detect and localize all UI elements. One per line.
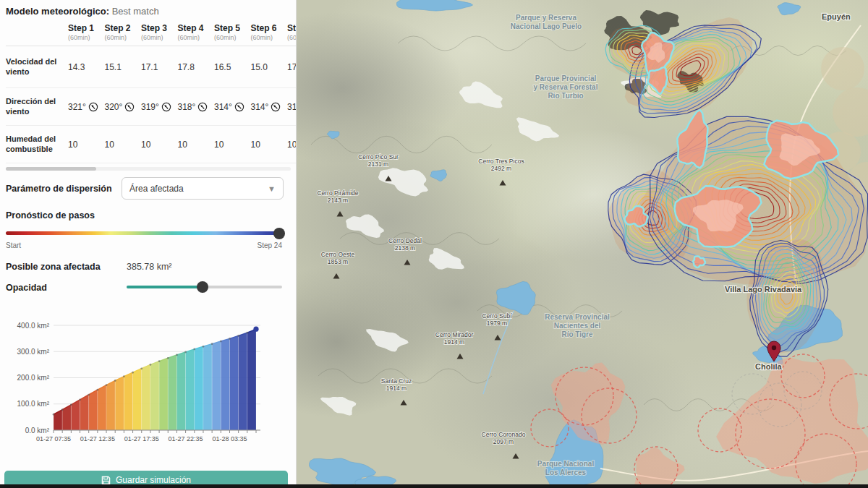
peak-label: Cerro Pico Sur bbox=[358, 153, 399, 160]
table-row: Dirección del viento[degrees]321°320°319… bbox=[6, 88, 297, 126]
chart-x-tick-label: 01-28 03:35 bbox=[212, 435, 247, 442]
scrollbar-thumb[interactable] bbox=[6, 167, 96, 171]
step-column-header: Step 5(60min) bbox=[214, 23, 251, 41]
slider-start-label: Start bbox=[6, 241, 21, 249]
weather-model-value: Best match bbox=[112, 6, 159, 17]
table-value-cell: 14.3 bbox=[68, 62, 105, 72]
town-label: Villa Lago Rivadavia bbox=[725, 285, 802, 294]
dispersion-selected-value: Área afectada bbox=[129, 184, 184, 194]
table-value-cell: 10 bbox=[68, 140, 105, 150]
peak-triangle-icon bbox=[333, 273, 340, 279]
chart-y-tick-label: 200.0 km² bbox=[17, 374, 50, 382]
video-letterbox-strip bbox=[0, 484, 868, 488]
peak-label: Cerro Mirador bbox=[435, 331, 474, 338]
peak-triangle-icon bbox=[457, 354, 464, 359]
table-value-cell: 319° bbox=[141, 102, 178, 112]
weather-steps-table: Step 1(60min)Step 2(60min)Step 3(60min)S… bbox=[6, 19, 297, 163]
peak-label: 1914 m bbox=[444, 338, 464, 346]
chart-x-tick-label: 01-27 22:35 bbox=[169, 435, 203, 442]
table-value-cell: 10 bbox=[214, 140, 251, 150]
chevron-down-icon: ▼ bbox=[268, 184, 276, 193]
park-label: Reserva Provincial bbox=[545, 313, 610, 321]
peak-triangle-icon bbox=[404, 260, 411, 265]
park-label: y Reserva Forestal bbox=[534, 83, 598, 91]
peak-triangle-icon bbox=[495, 335, 501, 341]
table-header-row: Step 1(60min)Step 2(60min)Step 3(60min)S… bbox=[6, 19, 297, 46]
table-value-cell: 10 bbox=[287, 140, 297, 150]
step-column-header: Step 1(60min) bbox=[68, 23, 105, 41]
wind-direction-icon bbox=[161, 102, 171, 112]
peak-label: 1914 m bbox=[386, 385, 407, 392]
table-value-cell: 17.1 bbox=[287, 62, 297, 72]
row-label: Humedad del combustible[%] bbox=[6, 134, 68, 155]
table-value-cell: 321° bbox=[68, 102, 105, 112]
town-label: Epuyén bbox=[822, 12, 851, 21]
peak-label: 1979 m bbox=[487, 320, 507, 327]
peak-label: Cerro Coronado bbox=[482, 431, 526, 438]
wind-direction-icon bbox=[197, 102, 208, 112]
park-label: Los Alerces bbox=[545, 468, 587, 476]
step-column-header: Step 2(60min) bbox=[105, 23, 142, 41]
table-row: Humedad del combustible[%]10101010101010 bbox=[6, 126, 297, 163]
terrain-map[interactable]: Parque y ReservaNacional Lago PueloParqu… bbox=[297, 0, 868, 488]
forecast-step-slider-handle[interactable] bbox=[273, 228, 285, 239]
chart-last-point bbox=[253, 327, 258, 332]
chart-y-tick-label: 0.0 km² bbox=[25, 427, 50, 435]
table-value-cell: 314° bbox=[251, 102, 288, 112]
affected-area-label: Posible zona afectada bbox=[6, 262, 101, 272]
table-value-cell: 314° bbox=[214, 102, 251, 112]
forecast-step-slider-track[interactable] bbox=[6, 231, 282, 235]
forecast-steps-label: Pronóstico de pasos bbox=[6, 210, 95, 221]
peak-label: 2131 m bbox=[368, 160, 388, 168]
table-row: Velocidad del viento[km/h]14.315.117.117… bbox=[6, 46, 297, 88]
peak-triangle-icon bbox=[500, 180, 506, 186]
table-value-cell: 10 bbox=[178, 140, 215, 150]
step-column-header: Step 4(60min) bbox=[178, 23, 215, 41]
row-label: Dirección del viento[degrees] bbox=[6, 97, 68, 117]
table-value-cell: 15.1 bbox=[105, 62, 142, 72]
save-icon bbox=[101, 476, 111, 485]
table-value-cell: 10 bbox=[105, 140, 142, 150]
peak-triangle-icon bbox=[337, 211, 344, 217]
park-label: Parque Provincial bbox=[535, 74, 597, 82]
map-overlay: Parque y ReservaNacional Lago PueloParqu… bbox=[297, 0, 868, 488]
park-label: Nacientes del bbox=[554, 322, 601, 330]
peak-triangle-icon bbox=[513, 453, 519, 459]
fire-simulation-app: Modelo meteorológico: Best match Step 1(… bbox=[0, 0, 868, 488]
table-horizontal-scrollbar[interactable] bbox=[6, 167, 291, 171]
park-label: Parque y Reserva bbox=[516, 14, 576, 22]
table-value-cell: 10 bbox=[251, 140, 288, 150]
dispersion-parameter-select[interactable]: Área afectada ▼ bbox=[122, 177, 284, 200]
step-column-header: Step 6(60min) bbox=[251, 23, 288, 41]
peak-label: Cerro Subí bbox=[482, 312, 512, 320]
peak-label: Cerro Tres Picos bbox=[478, 158, 524, 165]
chart-y-tick-label: 100.0 km² bbox=[17, 400, 50, 408]
chart-y-tick-label: 400.0 km² bbox=[17, 322, 50, 330]
park-label: Parque Nacional bbox=[537, 460, 595, 468]
park-label: Río Turbio bbox=[548, 92, 583, 100]
wind-direction-icon bbox=[124, 102, 135, 112]
peak-label: 2143 m bbox=[328, 197, 348, 204]
town-label: Cholila bbox=[755, 362, 783, 371]
wind-direction-icon bbox=[271, 102, 281, 112]
snow-patches-layer bbox=[320, 77, 662, 415]
affected-area-chart: 0.0 km²100.0 km²200.0 km²300.0 km²400.0 … bbox=[1, 311, 291, 455]
slider-end-label: Step 24 bbox=[258, 241, 282, 249]
table-value-cell: 313° bbox=[287, 102, 297, 112]
weather-model-label: Modelo meteorológico: bbox=[6, 6, 109, 17]
dispersion-parameter-label: Parámetro de dispersión bbox=[6, 184, 112, 194]
wind-direction-icon bbox=[88, 102, 98, 112]
peak-label: Santa Cruz bbox=[381, 377, 412, 385]
park-label: Río Tigre bbox=[561, 330, 593, 338]
wind-direction-icon bbox=[234, 102, 244, 112]
weather-model-title: Modelo meteorológico: Best match bbox=[6, 6, 159, 17]
table-value-cell: 320° bbox=[105, 102, 142, 112]
opacity-slider-handle[interactable] bbox=[197, 281, 208, 293]
peak-label: Cerro Pirámide bbox=[317, 189, 358, 197]
peak-label: 2492 m bbox=[491, 165, 511, 172]
table-value-cell: 15.0 bbox=[251, 62, 288, 72]
table-value-cell: 318° bbox=[178, 102, 215, 112]
chart-x-tick-label: 01-27 07:35 bbox=[36, 435, 71, 442]
opacity-slider-fill bbox=[127, 286, 203, 288]
chart-x-tick-label: 01-27 17:35 bbox=[124, 435, 159, 442]
